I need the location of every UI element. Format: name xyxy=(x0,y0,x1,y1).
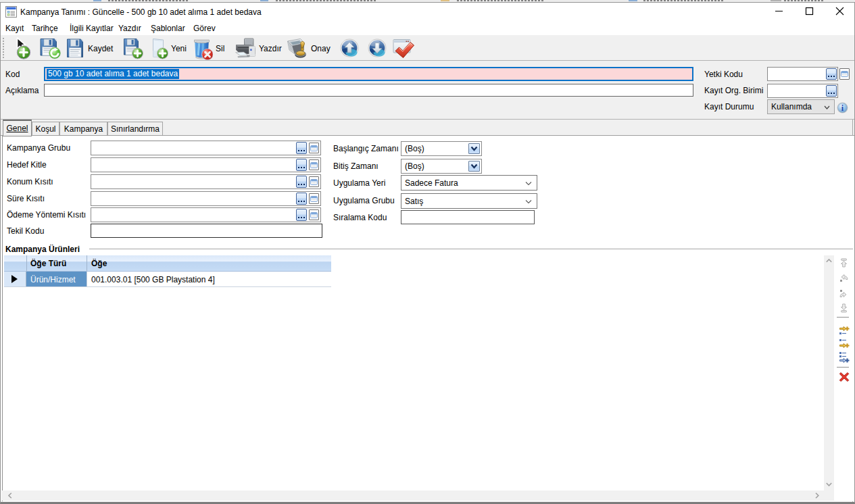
chevron-down-icon xyxy=(525,199,532,205)
sure-kisiti-window-button[interactable] xyxy=(309,193,319,204)
save-icon[interactable] xyxy=(66,38,84,59)
kayit-org-birimi-input[interactable] xyxy=(767,84,838,98)
siralama-kodu-input[interactable] xyxy=(401,210,535,224)
current-row-arrow-icon xyxy=(11,275,18,283)
kod-label: Kod xyxy=(5,70,20,79)
sure-kisiti-lookup-button[interactable] xyxy=(296,193,307,205)
kampanya-grubu-lookup-button[interactable] xyxy=(296,142,307,154)
grid-horizontal-scrollbar[interactable] xyxy=(1,490,834,501)
tab-sinirlandirma[interactable]: Sınırlandırma xyxy=(107,122,163,135)
insert-row-above-icon[interactable] xyxy=(839,325,850,336)
minimize-button[interactable] xyxy=(763,3,793,21)
baslangic-zamani-dropdown-button[interactable] xyxy=(468,143,480,154)
tab-kampanya[interactable]: Kampanya xyxy=(59,122,107,135)
baslangic-zamani-label: Başlangıç Zamanı xyxy=(333,144,399,153)
new-icon[interactable] xyxy=(151,37,169,60)
toolbar-gripper[interactable] xyxy=(3,38,4,58)
menu-yazdir[interactable]: Yazdır xyxy=(118,24,141,33)
scroll-left-icon[interactable] xyxy=(8,493,12,499)
delete-row-icon[interactable] xyxy=(839,372,850,382)
move-first-icon[interactable] xyxy=(839,258,849,268)
window-glyph-icon xyxy=(310,145,318,151)
approve-icon[interactable] xyxy=(287,38,310,59)
hedef-kitle-input[interactable] xyxy=(91,157,321,172)
uygulama-yeri-value: Sadece Fatura xyxy=(405,178,458,188)
bitis-zamani-value: (Boş) xyxy=(405,161,424,171)
menu-tarihce[interactable]: Tarihçe xyxy=(32,24,58,33)
move-last-icon[interactable] xyxy=(839,303,849,313)
tab-kosul[interactable]: Koşul xyxy=(32,122,59,135)
menu-ilgili-kayitlar[interactable]: İlgili Kayıtlar xyxy=(70,24,114,33)
confirm-icon[interactable] xyxy=(393,39,416,59)
print-icon[interactable] xyxy=(235,37,256,60)
tekil-kodu-input[interactable] xyxy=(91,224,322,238)
yetki-kodu-window-button[interactable] xyxy=(839,68,850,80)
kayit-org-birimi-lookup-button[interactable] xyxy=(826,85,837,97)
bitis-zamani-label: Bitiş Zamanı xyxy=(333,161,378,171)
bitis-zamani-dropdown-button[interactable] xyxy=(468,161,480,172)
sure-kisiti-label: Süre Kısıtı xyxy=(7,194,45,203)
scroll-down-icon[interactable] xyxy=(826,482,832,486)
approve-button-label[interactable]: Onay xyxy=(311,44,331,53)
move-next-icon[interactable] xyxy=(839,289,849,299)
move-down-icon[interactable] xyxy=(368,39,387,57)
menu-kayit[interactable]: Kayıt xyxy=(5,24,24,33)
konum-kisiti-input[interactable] xyxy=(91,174,321,189)
grid-row-selector[interactable] xyxy=(4,272,26,286)
grid-row[interactable]: Ürün/Hizmet 001.003.01 [500 GB Playstati… xyxy=(4,272,331,287)
delete-icon[interactable] xyxy=(193,37,213,60)
baslangic-zamani-combo[interactable]: (Boş) xyxy=(401,141,482,156)
hedef-kitle-window-button[interactable] xyxy=(309,159,319,170)
insert-row-below-icon[interactable] xyxy=(839,338,850,349)
background-window-fragment xyxy=(629,0,637,1)
scroll-up-icon[interactable] xyxy=(826,259,832,263)
uygulama-yeri-combo[interactable]: Sadece Fatura xyxy=(401,175,537,191)
maximize-button[interactable] xyxy=(793,3,824,21)
grid-side-toolbar xyxy=(835,255,852,501)
yetki-kodu-lookup-button[interactable] xyxy=(826,68,837,80)
insert-child-row-icon[interactable] xyxy=(839,351,850,363)
odeme-yontemi-kisiti-lookup-button[interactable] xyxy=(296,209,307,221)
grid-col-oge-turu[interactable]: Öğe Türü xyxy=(27,255,87,271)
move-up-icon[interactable] xyxy=(340,39,359,57)
info-icon[interactable]: i xyxy=(837,102,848,114)
print-button-label[interactable]: Yazdır xyxy=(259,44,282,53)
grid-header-row: Öğe Türü Öğe xyxy=(4,255,331,272)
odeme-yontemi-kisiti-input[interactable] xyxy=(91,207,321,222)
yetki-kodu-input[interactable] xyxy=(767,67,838,81)
menu-sablonlar[interactable]: Şablonlar xyxy=(151,24,185,33)
scroll-right-icon[interactable] xyxy=(815,493,819,499)
bitis-zamani-combo[interactable]: (Boş) xyxy=(401,159,482,174)
side-toolbar-separator xyxy=(837,367,849,368)
new-button-label[interactable]: Yeni xyxy=(171,44,187,53)
grid-cell-oge-turu[interactable]: Ürün/Hizmet xyxy=(26,272,87,286)
delete-button-label[interactable]: Sil xyxy=(216,44,224,53)
menu-gorev[interactable]: Görev xyxy=(193,24,216,33)
uygulama-grubu-combo[interactable]: Satış xyxy=(401,193,537,209)
grid-vertical-scrollbar[interactable] xyxy=(824,255,834,491)
sure-kisiti-input[interactable] xyxy=(91,191,321,206)
tab-genel[interactable]: Genel xyxy=(3,120,32,136)
close-button[interactable] xyxy=(824,3,854,21)
konum-kisiti-label: Konum Kısıtı xyxy=(7,177,53,186)
odeme-yontemi-kisiti-window-button[interactable] xyxy=(309,209,319,220)
app-window: Kampanya Tanımı : Güncelle - 500 gb 10 a… xyxy=(0,2,855,504)
save-refresh-icon[interactable] xyxy=(39,36,61,59)
konum-kisiti-window-button[interactable] xyxy=(309,176,319,187)
kampanya-grubu-input[interactable] xyxy=(91,141,321,155)
grid-cell-oge[interactable]: 001.003.01 [500 GB Playstation 4] xyxy=(87,272,331,286)
move-prev-icon[interactable] xyxy=(839,273,849,283)
ellipsis-icon xyxy=(298,217,305,218)
background-window-fragment xyxy=(771,0,781,1)
konum-kisiti-lookup-button[interactable] xyxy=(296,176,307,188)
kod-input[interactable]: 500 gb 10 adet alıma 1 adet bedava xyxy=(44,67,693,81)
hedef-kitle-lookup-button[interactable] xyxy=(296,159,307,171)
aciklama-input[interactable] xyxy=(44,84,693,97)
tabstrip: Genel Koşul Kampanya Sınırlandırma xyxy=(1,120,854,136)
save-button-label[interactable]: Kaydet xyxy=(88,44,113,53)
add-record-icon[interactable] xyxy=(14,37,32,59)
grid-col-oge[interactable]: Öğe xyxy=(88,255,223,271)
save-new-icon[interactable] xyxy=(123,38,143,59)
kayit-durumu-combo[interactable]: Kullanımda xyxy=(767,99,835,114)
kampanya-grubu-window-button[interactable] xyxy=(309,143,319,153)
